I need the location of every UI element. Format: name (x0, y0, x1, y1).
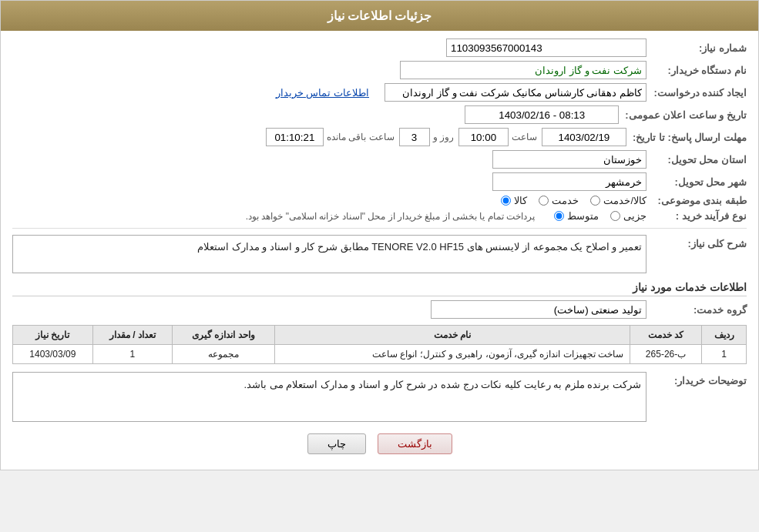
need-desc-row: شرح کلی نیاز: تعمیر و اصلاح یک مجموعه از… (12, 235, 747, 273)
purchase-jozii: جزیی (610, 210, 646, 222)
buyer-notes-text: شرکت برنده ملزم به رعایت کلیه نکات درج ش… (243, 379, 641, 390)
col-qty: تعداد / مقدار (92, 326, 173, 345)
col-unit: واحد اندازه گیری (173, 326, 275, 345)
services-table: ردیف کد خدمت نام خدمت واحد اندازه گیری ت… (12, 325, 747, 364)
category-khedmat-label: خدمت (552, 195, 579, 206)
province-input[interactable] (492, 150, 646, 169)
deadline-date-input[interactable] (542, 128, 626, 146)
cell-code: ب-26-265 (630, 345, 701, 364)
cell-qty: 1 (92, 345, 173, 364)
category-khedmat-radio[interactable] (539, 196, 549, 206)
city-input[interactable] (492, 172, 646, 191)
creator-input[interactable] (385, 83, 646, 102)
announce-date-label: تاریخ و ساعت اعلان عمومی: (619, 109, 747, 121)
deadline-row: مهلت ارسال پاسخ: تا تاریخ: ساعت روز و سا… (12, 128, 747, 146)
page-header: جزئیات اطلاعات نیاز (1, 1, 758, 31)
need-desc-box: تعمیر و اصلاح یک مجموعه از لایسنس های TE… (12, 235, 646, 273)
buyer-org-input[interactable] (400, 61, 646, 79)
city-label: شهر محل تحویل: (646, 176, 747, 188)
buyer-notes-row: توضیحات خریدار: شرکت برنده ملزم به رعایت… (12, 372, 747, 422)
need-number-input[interactable] (446, 38, 646, 57)
print-button[interactable]: چاپ (307, 433, 366, 454)
col-name: نام خدمت (274, 326, 630, 345)
col-date: تاریخ نیاز (13, 326, 93, 345)
buyer-org-row: نام دستگاه خریدار: (12, 61, 747, 79)
deadline-time-input[interactable] (458, 128, 509, 146)
creator-label: ایجاد کننده درخواست: (646, 87, 747, 99)
category-kala-label: کالا (514, 195, 527, 206)
cell-row: 1 (702, 345, 747, 364)
buyer-notes-label: توضیحات خریدار: (646, 372, 747, 386)
need-desc-text: تعمیر و اصلاح یک مجموعه از لایسنس های TE… (197, 241, 642, 253)
deadline-remaining-label: ساعت باقی مانده (327, 132, 395, 142)
announce-date-row: تاریخ و ساعت اعلان عمومی: (12, 105, 747, 124)
city-row: شهر محل تحویل: (12, 172, 747, 191)
col-code: کد خدمت (630, 326, 701, 345)
category-kala-radio[interactable] (501, 196, 511, 206)
purchase-note: پرداخت تمام یا بخشی از مبلغ خریدار از مح… (246, 211, 535, 222)
need-number-row: شماره نیاز: (12, 38, 747, 57)
service-group-label: گروه خدمت: (646, 304, 747, 316)
purchase-jozii-radio[interactable] (610, 211, 620, 221)
category-option-khedmat: خدمت (539, 195, 579, 206)
page-title: جزئیات اطلاعات نیاز (327, 9, 432, 22)
buyer-org-label: نام دستگاه خریدار: (646, 65, 747, 76)
category-option-kala: کالا (501, 195, 527, 206)
purchase-type-row: نوع فرآیند خرید : جزیی متوسط پرداخت تمام… (12, 210, 747, 222)
table-header-row: ردیف کد خدمت نام خدمت واحد اندازه گیری ت… (13, 326, 747, 345)
province-row: استان محل تحویل: (12, 150, 747, 169)
back-button[interactable]: بازگشت (378, 433, 452, 454)
category-radio-group: کالا/خدمت خدمت کالا (501, 195, 646, 206)
purchase-motevasset-radio[interactable] (554, 211, 564, 221)
province-label: استان محل تحویل: (646, 154, 747, 166)
table-row: 1 ب-26-265 ساخت تجهیزات اندازه گیری، آزم… (13, 345, 747, 364)
services-section-title: اطلاعات خدمات مورد نیاز (12, 281, 747, 296)
purchase-motevasset-label: متوسط (567, 210, 599, 222)
cell-date: 1403/03/09 (13, 345, 93, 364)
category-row: طبقه بندی موضوعی: کالا/خدمت خدمت کالا (12, 195, 747, 206)
deadline-remaining-input[interactable] (266, 128, 324, 146)
purchase-jozii-label: جزیی (623, 210, 646, 222)
creator-row: ایجاد کننده درخواست: اطلاعات تماس خریدار (12, 83, 747, 102)
col-row: ردیف (702, 326, 747, 345)
category-kala-khedmat-label: کالا/خدمت (603, 195, 646, 206)
buyer-notes-box: شرکت برنده ملزم به رعایت کلیه نکات درج ش… (12, 372, 646, 422)
deadline-days-label: روز و (433, 132, 454, 142)
deadline-days-input[interactable] (399, 128, 430, 146)
category-option-kala-khedmat: کالا/خدمت (590, 195, 646, 206)
purchase-motevasset: متوسط (554, 210, 599, 222)
announce-date-input[interactable] (465, 105, 619, 124)
need-number-label: شماره نیاز: (646, 42, 747, 54)
cell-name: ساخت تجهیزات اندازه گیری، آزمون، راهبری … (274, 345, 630, 364)
service-group-input[interactable] (431, 300, 646, 319)
contact-link[interactable]: اطلاعات تماس خریدار (276, 87, 369, 99)
deadline-label: مهلت ارسال پاسخ: تا تاریخ: (626, 132, 747, 143)
purchase-type-group: جزیی متوسط پرداخت تمام یا بخشی از مبلغ خ… (246, 210, 646, 222)
category-kala-khedmat-radio[interactable] (590, 196, 600, 206)
service-group-row: گروه خدمت: (12, 300, 747, 319)
purchase-type-label: نوع فرآیند خرید : (646, 210, 747, 222)
cell-unit: مجموعه (173, 345, 275, 364)
category-label: طبقه بندی موضوعی: (646, 195, 747, 206)
deadline-time-label: ساعت (512, 132, 537, 142)
need-desc-label: شرح کلی نیاز: (646, 235, 747, 249)
buttons-row: بازگشت چاپ (12, 433, 747, 454)
